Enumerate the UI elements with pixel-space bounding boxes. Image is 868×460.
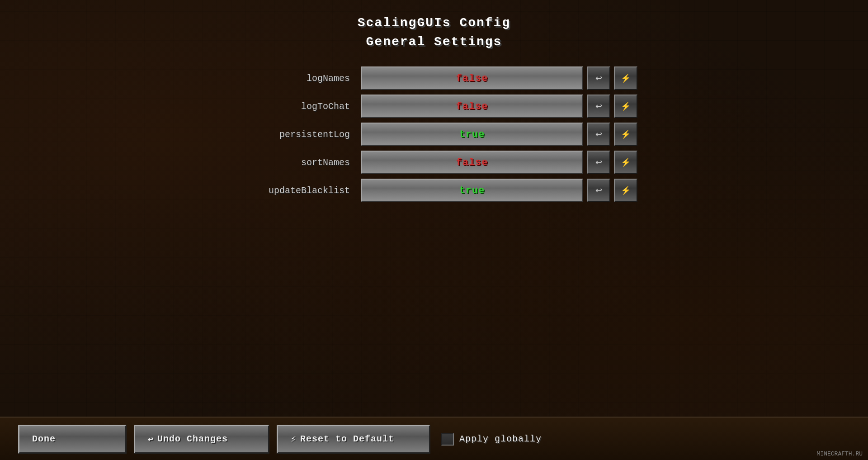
apply-globally-label: Apply globally <box>459 434 542 444</box>
done-label: Done <box>32 434 56 444</box>
undo-label: Undo Changes <box>157 434 228 444</box>
setting-value-text-sortNames: false <box>456 157 488 168</box>
page-title-line1: ScalingGUIs Config <box>358 14 510 33</box>
table-row: updateBlacklist true ↩ ⚡ <box>231 177 637 204</box>
table-row: logNames false ↩ ⚡ <box>231 65 637 91</box>
setting-label-logNames: logNames <box>231 73 357 84</box>
setting-value-text-logToChat: false <box>456 101 488 112</box>
reset-to-default-button[interactable]: ⚡ Reset to Default <box>277 425 430 454</box>
reset-persistentLog-button[interactable]: ⚡ <box>614 123 637 146</box>
setting-value-text-logNames: false <box>456 73 488 84</box>
reset-logToChat-button[interactable]: ⚡ <box>614 95 637 118</box>
apply-globally-checkbox[interactable] <box>441 433 454 446</box>
setting-label-persistentLog: persistentLog <box>231 129 357 140</box>
reset-label: Reset to Default <box>300 434 394 444</box>
table-row: logToChat false ↩ ⚡ <box>231 93 637 119</box>
setting-label-updateBlacklist: updateBlacklist <box>231 185 357 196</box>
reset-sortNames-button[interactable]: ⚡ <box>614 151 637 174</box>
reset-logNames-button[interactable]: ⚡ <box>614 66 637 90</box>
undo-logToChat-button[interactable]: ↩ <box>587 95 610 118</box>
apply-globally-container: Apply globally <box>441 433 542 446</box>
setting-label-sortNames: sortNames <box>231 157 357 168</box>
setting-value-text-persistentLog: true <box>459 129 485 140</box>
title-area: ScalingGUIs Config General Settings <box>358 14 510 52</box>
undo-logNames-button[interactable]: ↩ <box>587 66 610 90</box>
watermark: MINECRAFTH.RU <box>817 451 863 457</box>
reset-icon: ⚡ <box>291 433 297 445</box>
undo-sortNames-button[interactable]: ↩ <box>587 151 610 174</box>
undo-icon: ↩ <box>148 433 154 445</box>
setting-value-updateBlacklist[interactable]: true <box>361 179 583 202</box>
setting-label-logToChat: logToChat <box>231 101 357 112</box>
settings-list: logNames false ↩ ⚡ logToChat false ↩ ⚡ p… <box>231 65 637 204</box>
bottom-toolbar: Done ↩ Undo Changes ⚡ Reset to Default A… <box>0 417 868 460</box>
setting-value-persistentLog[interactable]: true <box>361 123 583 146</box>
table-row: sortNames false ↩ ⚡ <box>231 149 637 175</box>
undo-persistentLog-button[interactable]: ↩ <box>587 123 610 146</box>
setting-value-text-updateBlacklist: true <box>459 185 485 196</box>
done-button[interactable]: Done <box>18 425 127 454</box>
setting-value-logNames[interactable]: false <box>361 66 583 90</box>
reset-updateBlacklist-button[interactable]: ⚡ <box>614 179 637 202</box>
undo-changes-button[interactable]: ↩ Undo Changes <box>134 425 269 454</box>
setting-value-logToChat[interactable]: false <box>361 95 583 118</box>
page-title-line2: General Settings <box>358 33 510 52</box>
undo-updateBlacklist-button[interactable]: ↩ <box>587 179 610 202</box>
table-row: persistentLog true ↩ ⚡ <box>231 121 637 147</box>
setting-value-sortNames[interactable]: false <box>361 151 583 174</box>
